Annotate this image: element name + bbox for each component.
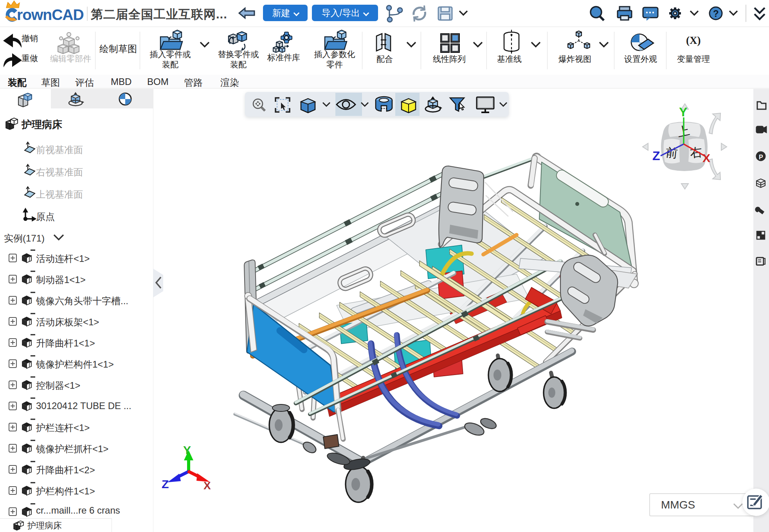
svg-text:Z: Z bbox=[652, 149, 660, 163]
svg-text:右: 右 bbox=[689, 145, 702, 160]
svg-text:X: X bbox=[204, 480, 211, 492]
svg-text:Z: Z bbox=[162, 478, 169, 491]
svg-text:?: ? bbox=[713, 8, 719, 19]
svg-text:X: X bbox=[702, 151, 710, 164]
svg-text:P: P bbox=[759, 154, 763, 161]
svg-text:Y: Y bbox=[679, 105, 687, 119]
svg-text:Y: Y bbox=[183, 444, 191, 456]
svg-text:rownCAD: rownCAD bbox=[17, 6, 84, 23]
